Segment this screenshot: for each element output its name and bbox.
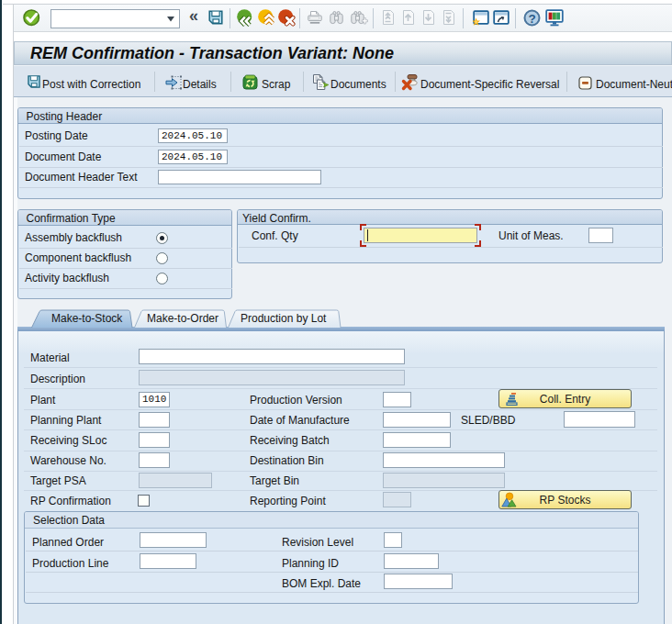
svg-text:?: ? xyxy=(528,12,535,26)
